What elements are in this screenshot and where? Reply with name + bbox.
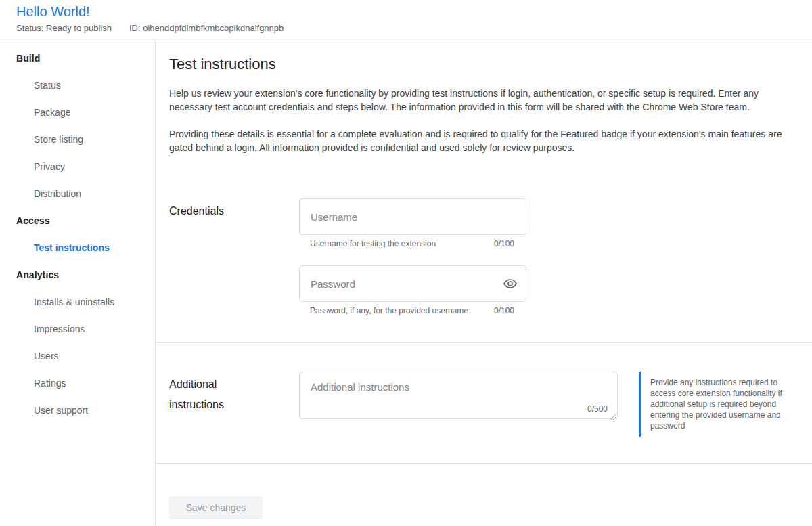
password-helper-row: Password, if any, for the provided usern…	[299, 306, 526, 316]
password-char-counter: 0/100	[494, 306, 514, 316]
save-row: Save changes	[169, 496, 803, 519]
additional-instructions-section: Additional instructions 0/500 Provide an…	[169, 372, 803, 437]
username-char-counter: 0/100	[494, 239, 514, 249]
sidebar-item-store-listing[interactable]: Store listing	[0, 126, 155, 153]
password-field-wrap	[299, 265, 526, 302]
section-divider	[156, 342, 812, 343]
sidebar-section-build: Build	[0, 45, 155, 72]
page-layout: Build Status Package Store listing Priva…	[0, 39, 812, 526]
sidebar-item-users[interactable]: Users	[0, 343, 155, 370]
additional-instructions-textarea[interactable]	[300, 372, 617, 418]
password-helper-text: Password, if any, for the provided usern…	[310, 306, 468, 316]
sidebar-section-access: Access	[0, 207, 155, 234]
page-title: Test instructions	[169, 56, 803, 73]
sidebar-item-status[interactable]: Status	[0, 72, 155, 99]
extension-id: ID: oihenddpfdlmbfkmbcbpikdnaifgnnpb	[129, 23, 284, 33]
credentials-label: Credentials	[169, 198, 299, 221]
sidebar-item-user-support[interactable]: User support	[0, 397, 155, 424]
sidebar-item-test-instructions[interactable]: Test instructions	[0, 234, 155, 261]
intro-paragraph-1: Help us review your extension's core fun…	[169, 87, 786, 114]
eye-icon	[503, 283, 518, 293]
section-divider	[156, 463, 812, 464]
password-input[interactable]	[299, 265, 526, 302]
additional-instructions-label: Additional instructions	[169, 372, 299, 415]
sidebar-item-impressions[interactable]: Impressions	[0, 315, 155, 343]
additional-instructions-tip: Provide any instructions required to acc…	[639, 372, 803, 437]
main-content: Test instructions Help us review your ex…	[156, 39, 812, 526]
username-input[interactable]	[299, 198, 526, 235]
additional-instructions-char-counter: 0/500	[587, 404, 608, 414]
extension-meta: Status: Ready to publish ID: oihenddpfdl…	[16, 23, 812, 33]
sidebar-item-ratings[interactable]: Ratings	[0, 370, 155, 397]
credentials-section: Credentials Username for testing the ext…	[169, 198, 803, 316]
extension-header: Hello World! Status: Ready to publish ID…	[0, 0, 812, 39]
sidebar-item-installs-uninstalls[interactable]: Installs & uninstalls	[0, 288, 155, 315]
save-changes-button[interactable]: Save changes	[169, 496, 263, 519]
username-helper-row: Username for testing the extension 0/100	[299, 239, 526, 249]
textarea-resize-handle[interactable]	[609, 410, 616, 417]
additional-instructions-box: 0/500	[299, 372, 618, 419]
extension-status: Status: Ready to publish	[16, 23, 112, 33]
credentials-fields: Username for testing the extension 0/100	[299, 198, 526, 316]
username-helper-text: Username for testing the extension	[310, 239, 436, 249]
sidebar-section-analytics: Analytics	[0, 261, 155, 288]
intro-paragraph-2: Providing these details is essential for…	[169, 127, 786, 154]
sidebar-nav: Build Status Package Store listing Priva…	[0, 39, 156, 526]
toggle-password-visibility-button[interactable]	[503, 276, 518, 291]
extension-title: Hello World!	[16, 3, 812, 20]
sidebar-item-package[interactable]: Package	[0, 99, 155, 126]
sidebar-item-distribution[interactable]: Distribution	[0, 180, 155, 207]
sidebar-item-privacy[interactable]: Privacy	[0, 153, 155, 180]
